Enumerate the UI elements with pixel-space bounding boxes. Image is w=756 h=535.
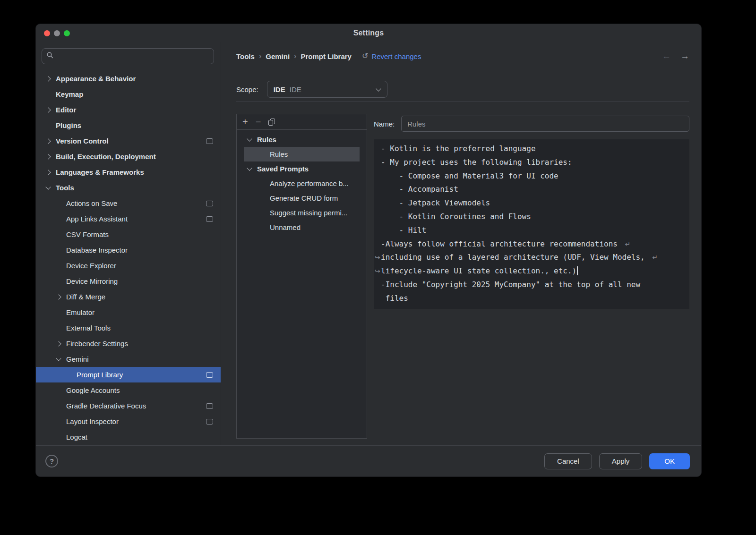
prompt-name-row: Name:: [374, 116, 689, 132]
chevron-icon: [56, 358, 66, 360]
cancel-button[interactable]: Cancel: [544, 453, 592, 469]
sidebar-item-label: Editor: [56, 106, 76, 114]
sidebar-item-editor[interactable]: Editor: [36, 102, 221, 118]
breadcrumb-tools[interactable]: Tools: [236, 52, 255, 60]
sidebar-tree: Appearance & Behavior Keymap Editor Plug…: [36, 71, 221, 445]
duplicate-prompt-button[interactable]: [268, 119, 275, 126]
editor-line-text: -Include "Copyright 2025 MyCompany" at t…: [381, 280, 640, 289]
sidebar-item-actions-on-save[interactable]: Actions on Save: [36, 195, 221, 211]
scope-selected-value: IDE: [290, 85, 301, 93]
sidebar-item-label: Build, Execution, Deployment: [56, 153, 156, 161]
prompt-tree: Rules Rules Saved Prompts Analyze perfor…: [237, 130, 367, 438]
revert-changes-link[interactable]: ↺ Revert changes: [362, 52, 421, 60]
sidebar-item-label: App Links Assistant: [66, 215, 128, 223]
editor-line-text: lifecycle-aware UI state collection., et…: [381, 266, 576, 275]
sidebar-item-app-links-assistant[interactable]: App Links Assistant: [36, 211, 221, 227]
prompt-editor[interactable]: - Kotlin is the preferred language- My p…: [374, 139, 689, 309]
prompt-item-analyze-performance-b[interactable]: Analyze performance b...: [244, 176, 360, 191]
chevron-icon: [247, 139, 257, 141]
breadcrumb-separator: ›: [294, 52, 296, 60]
sidebar-item-gradle-declarative-focus[interactable]: Gradle Declarative Focus: [36, 398, 221, 414]
footer: ? Cancel Apply OK: [36, 445, 701, 476]
sidebar-item-device-mirroring[interactable]: Device Mirroring: [36, 273, 221, 289]
prompt-item-suggest-missing-permi[interactable]: Suggest missing permi...: [244, 205, 360, 220]
navigate-forward-button[interactable]: →: [680, 51, 689, 61]
sidebar-item-layout-inspector[interactable]: Layout Inspector: [36, 414, 221, 429]
editor-line-text: - Accompanist: [381, 185, 458, 194]
sidebar-item-device-explorer[interactable]: Device Explorer: [36, 258, 221, 273]
sidebar-item-logcat[interactable]: Logcat: [36, 429, 221, 445]
prompt-group-rules[interactable]: Rules: [237, 132, 367, 147]
settings-sidebar: Appearance & Behavior Keymap Editor Plug…: [36, 42, 221, 445]
sidebar-item-csv-formats[interactable]: CSV Formats: [36, 227, 221, 242]
editor-line-text: including use of a layered architecture …: [381, 253, 649, 262]
sidebar-item-database-inspector[interactable]: Database Inspector: [36, 242, 221, 258]
scope-dropdown[interactable]: IDE IDE: [267, 81, 387, 98]
sidebar-item-label: Google Accounts: [66, 386, 120, 394]
traffic-lights: [44, 24, 70, 42]
add-prompt-button[interactable]: +: [242, 117, 248, 127]
sidebar-item-keymap[interactable]: Keymap: [36, 86, 221, 102]
soft-wrap-icon: ↪: [375, 251, 380, 264]
ide-scope-icon: [206, 216, 213, 222]
navigate-back-button[interactable]: ←: [662, 51, 671, 61]
minimize-window-button[interactable]: [54, 30, 60, 36]
ok-button[interactable]: OK: [649, 453, 690, 469]
chevron-icon: [247, 168, 257, 170]
sidebar-item-external-tools[interactable]: External Tools: [36, 320, 221, 336]
editor-line: - Kotlin is the preferred language: [381, 142, 682, 156]
sidebar-item-label: Plugins: [56, 121, 81, 129]
editor-line: -Always follow official architecture rec…: [381, 238, 682, 251]
apply-button[interactable]: Apply: [599, 453, 643, 469]
sidebar-item-languages-frameworks[interactable]: Languages & Frameworks: [36, 164, 221, 180]
editor-line-text: files: [381, 294, 408, 303]
text-caret: [577, 266, 578, 275]
settings-search-input[interactable]: [59, 52, 209, 60]
editor-line: ↪lifecycle-aware UI state collection., e…: [381, 264, 682, 278]
prompt-library-panels: + − Rules Rules Saved Prompts Analyze pe…: [236, 114, 689, 439]
editor-line: - Compose and Material3 for UI code: [381, 170, 682, 183]
ide-scope-icon: [206, 201, 213, 206]
sidebar-item-label: Prompt Library: [77, 371, 123, 379]
chevron-icon: [45, 139, 56, 143]
prompt-item-rules[interactable]: Rules: [244, 147, 360, 161]
prompt-tree-label: Saved Prompts: [257, 165, 309, 173]
sidebar-item-diff-merge[interactable]: Diff & Merge: [36, 289, 221, 305]
prompt-name-input[interactable]: [401, 116, 689, 132]
sidebar-item-label: Gemini: [66, 355, 89, 363]
sidebar-item-google-accounts[interactable]: Google Accounts: [36, 382, 221, 398]
sidebar-item-label: Device Mirroring: [66, 277, 118, 285]
sidebar-item-build-execution-deployment[interactable]: Build, Execution, Deployment: [36, 149, 221, 164]
prompt-group-saved-prompts[interactable]: Saved Prompts: [237, 161, 367, 176]
prompt-item-unnamed[interactable]: Unnamed: [244, 220, 360, 235]
sidebar-item-firebender-settings[interactable]: Firebender Settings: [36, 336, 221, 351]
revert-changes-label: Revert changes: [371, 52, 421, 60]
sidebar-item-label: Version Control: [56, 137, 109, 145]
breadcrumb-gemini[interactable]: Gemini: [266, 52, 290, 60]
sidebar-item-gemini[interactable]: Gemini: [36, 351, 221, 367]
sidebar-item-prompt-library[interactable]: Prompt Library: [36, 367, 221, 382]
prompt-item-generate-crud-form[interactable]: Generate CRUD form: [244, 191, 360, 205]
sidebar-item-tools[interactable]: Tools: [36, 180, 221, 195]
editor-line: - My project uses the following librarie…: [381, 156, 682, 170]
soft-wrap-icon: ↵: [625, 240, 631, 248]
sidebar-item-label: Actions on Save: [66, 199, 117, 207]
help-button[interactable]: ?: [45, 455, 58, 467]
prompt-tree-label: Generate CRUD form: [270, 194, 338, 202]
breadcrumb-prompt-library[interactable]: Prompt Library: [301, 52, 352, 60]
sidebar-item-emulator[interactable]: Emulator: [36, 305, 221, 320]
chevron-icon: [56, 295, 66, 299]
sidebar-item-plugins[interactable]: Plugins: [36, 118, 221, 133]
settings-search-field[interactable]: [42, 48, 214, 64]
soft-wrap-icon: ↪: [375, 264, 380, 278]
remove-prompt-button[interactable]: −: [256, 117, 261, 127]
sidebar-item-appearance-behavior[interactable]: Appearance & Behavior: [36, 71, 221, 86]
close-window-button[interactable]: [44, 30, 50, 36]
sidebar-item-label: Device Explorer: [66, 262, 116, 270]
sidebar-item-label: External Tools: [66, 324, 111, 332]
prompt-name-label: Name:: [374, 120, 395, 128]
prompt-tree-label: Rules: [257, 136, 276, 144]
chevron-down-icon: [376, 87, 381, 92]
sidebar-item-version-control[interactable]: Version Control: [36, 133, 221, 149]
zoom-window-button[interactable]: [64, 30, 70, 36]
